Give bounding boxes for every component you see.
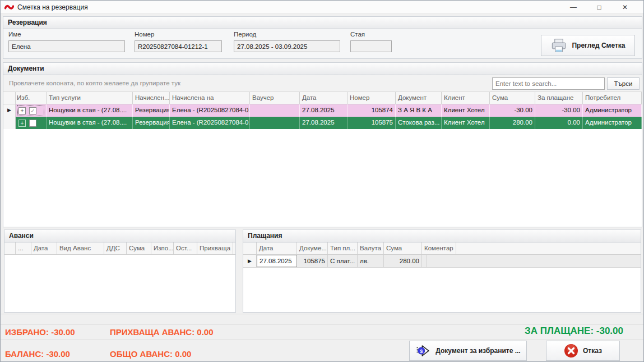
document-row-1[interactable]: ▶ + ✓ Нощувки в стая - (27.08.... Резерв… (3, 104, 642, 117)
cell-number: 105875 (348, 117, 396, 129)
app-logo-icon (4, 3, 14, 11)
expand-icon[interactable]: + (18, 107, 26, 114)
header-gutter (4, 242, 16, 254)
row-indicator-icon: ▶ (7, 107, 11, 113)
col-number[interactable]: Номер (348, 92, 396, 104)
number-input[interactable] (135, 40, 222, 52)
group-by-strip[interactable]: Провлачете колоната, по която желаете да… (3, 75, 642, 92)
col-pay-currency[interactable]: Валута (358, 242, 384, 254)
col-document[interactable]: Документ (396, 92, 442, 104)
cell-date: 27.08.2025 (300, 117, 348, 129)
group-by-hint: Провлачете колоната, по която желаете да… (9, 80, 180, 86)
reservation-panel: Резервация Име Номер Период Стая (3, 16, 642, 59)
col-adv-kind[interactable]: Вид Аванс (57, 242, 104, 254)
preview-bill-button[interactable]: Преглед Сметка (541, 35, 635, 56)
col-adv-vat[interactable]: ДДС (104, 242, 127, 254)
cell-number: 105874 (348, 104, 396, 117)
col-adv-amount[interactable]: Сума (127, 242, 151, 254)
col-voucher[interactable]: Ваучер (250, 92, 300, 104)
window-controls: — □ ✕ (560, 1, 638, 14)
cell-document: З А Я В К А (396, 104, 442, 117)
cell-amount: -30.00 (490, 104, 535, 117)
col-selected[interactable]: Изб. (16, 92, 47, 104)
room-input[interactable] (350, 40, 392, 52)
row-indicator-cell: ▶ (243, 255, 257, 267)
cell-voucher (250, 117, 300, 129)
col-pay-comment[interactable]: Коментар (422, 242, 456, 254)
cancel-x-icon (564, 343, 578, 358)
row-indicator-cell: ▶ (3, 104, 16, 117)
cell-pay-type: С плат... (328, 255, 358, 267)
col-adv-rest[interactable]: Ост... (174, 242, 197, 254)
payments-panel-title: Плащания (243, 230, 641, 242)
payments-grid-empty-area (243, 268, 641, 312)
col-accrued[interactable]: Начислен... (133, 92, 170, 104)
summary-total-advance: ОБЩО АВАНС: 0.00 (110, 349, 191, 359)
documents-panel-title: Документи (3, 63, 642, 75)
col-pay-date[interactable]: Дата (257, 242, 297, 254)
expand-icon[interactable]: + (18, 120, 26, 127)
document-for-selected-icon: $ (415, 343, 431, 358)
cell-pay-doc: 105875 (297, 255, 328, 267)
advances-panel: Аванси ... Дата Вид Аванс ДДС Сума Изпо.… (4, 230, 236, 313)
cell-accrued-to: Елена - (R20250827084-0... (170, 104, 250, 117)
minimize-button[interactable]: — (560, 1, 586, 14)
advances-grid-empty-area (4, 255, 235, 312)
payment-row-1[interactable]: ▶ 27.08.2025 105875 С плат... лв. 280.00 (243, 255, 641, 268)
period-input[interactable] (234, 40, 340, 52)
col-adv-offset[interactable]: Прихваща (197, 242, 233, 254)
summary-selected: ИЗБРАНО: -30.00 (5, 327, 75, 337)
cell-pay-date: 27.08.2025 (257, 255, 297, 267)
document-row-2[interactable]: + Нощувки в стая - (27.08.... Резервация… (3, 117, 642, 129)
name-input[interactable] (8, 40, 125, 52)
col-accrued-to[interactable]: Начислена на (170, 92, 250, 104)
col-user[interactable]: Потребител (583, 92, 642, 104)
titlebar: Сметка на резервация — □ ✕ (1, 1, 643, 14)
cell-service-type: Нощувки в стая - (27.08.... (47, 104, 133, 117)
cell-accrued: Резервация (133, 117, 170, 129)
cell-accrued-to: Елена - (R20250827084-0... (170, 117, 250, 129)
reservation-name-field: Име (8, 31, 125, 52)
cell-pay-amount: 280.00 (384, 255, 422, 267)
checkbox-unchecked-icon[interactable] (29, 120, 36, 127)
cell-date: 27.08.2025 (300, 104, 348, 117)
col-service-type[interactable]: Тип услуги (47, 92, 133, 104)
advances-grid-header: ... Дата Вид Аванс ДДС Сума Изпо... Ост.… (4, 242, 235, 255)
col-client[interactable]: Клиент (442, 92, 490, 104)
search-input[interactable] (492, 77, 605, 90)
col-date[interactable]: Дата (300, 92, 348, 104)
cell-due: -30.00 (535, 104, 583, 117)
col-amount[interactable]: Сума (490, 92, 535, 104)
window-title: Сметка на резервация (17, 3, 88, 11)
header-gutter (3, 92, 16, 104)
cancel-button[interactable]: Отказ (546, 341, 620, 361)
search-button[interactable]: Търси (607, 77, 640, 90)
row-indicator-cell (3, 117, 16, 129)
col-dots[interactable]: ... (16, 242, 31, 254)
col-pay-amount[interactable]: Сума (384, 242, 422, 254)
header-gutter (243, 242, 257, 254)
cell-pay-currency: лв. (358, 255, 384, 267)
reservation-number-field: Номер (135, 31, 222, 52)
payments-grid-header: Дата Докуме... Тип пл... Валута Сума Ком… (243, 242, 641, 255)
col-due[interactable]: За плащане (535, 92, 583, 104)
reservation-bill-window: Сметка на резервация — □ ✕ Резервация Им… (0, 0, 644, 362)
advances-panel-title: Аванси (4, 230, 235, 242)
checkbox-checked-icon[interactable]: ✓ (29, 107, 36, 114)
cell-pay-comment (422, 255, 427, 267)
footer: ИЗБРАНО: -30.00 ПРИХВАЩА АВАНС: 0.00 БАЛ… (1, 314, 643, 361)
col-pay-doc[interactable]: Докуме... (297, 242, 328, 254)
cell-due: 0.00 (535, 117, 583, 129)
maximize-button[interactable]: □ (586, 1, 612, 14)
col-adv-date[interactable]: Дата (31, 242, 57, 254)
period-label: Период (234, 31, 340, 38)
dollar-glyph: $ (420, 349, 423, 354)
close-button[interactable]: ✕ (612, 1, 638, 14)
cell-document: Стокова раз... (396, 117, 442, 129)
col-pay-type[interactable]: Тип пл... (328, 242, 358, 254)
preview-bill-label: Преглед Сметка (572, 42, 625, 49)
summary-balance: БАЛАНС: -30.00 (5, 349, 70, 359)
cell-user: Администратор (583, 117, 642, 129)
document-for-selected-button[interactable]: $ Документ за избраните ... (409, 341, 527, 361)
col-adv-used[interactable]: Изпо... (151, 242, 174, 254)
